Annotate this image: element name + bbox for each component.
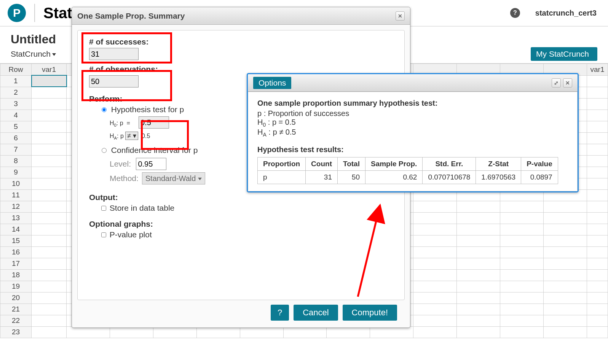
cell[interactable] <box>153 326 196 338</box>
cell[interactable] <box>500 281 544 292</box>
cell[interactable] <box>587 167 608 178</box>
successes-input[interactable] <box>89 48 139 60</box>
cell[interactable] <box>32 98 67 110</box>
cell[interactable] <box>587 292 608 304</box>
cell[interactable] <box>587 121 608 132</box>
close-icon[interactable]: ✕ <box>396 11 405 21</box>
cell[interactable] <box>32 167 67 178</box>
cell[interactable] <box>587 315 608 326</box>
cell[interactable] <box>413 246 457 258</box>
observations-input[interactable] <box>89 75 139 87</box>
cell[interactable] <box>413 224 457 235</box>
confidence-interval-radio[interactable] <box>102 148 107 153</box>
cell[interactable] <box>32 87 67 98</box>
cell[interactable] <box>543 281 587 292</box>
table-row[interactable]: 23 <box>0 326 608 338</box>
cell[interactable] <box>500 201 544 212</box>
cell[interactable] <box>457 304 500 315</box>
cell[interactable] <box>500 224 544 235</box>
cell[interactable] <box>32 144 67 155</box>
cell[interactable] <box>32 110 67 121</box>
cell[interactable] <box>587 224 608 235</box>
menu-statcrunch[interactable]: StatCrunch <box>11 49 56 59</box>
cell[interactable] <box>457 258 500 269</box>
cell[interactable] <box>500 212 544 224</box>
cell[interactable] <box>327 326 370 338</box>
my-statcrunch-button[interactable]: My StatCrunch <box>531 47 597 61</box>
h0-value-input[interactable] <box>139 116 169 129</box>
cell[interactable] <box>413 315 457 326</box>
cell[interactable] <box>587 326 608 338</box>
cell[interactable] <box>413 326 457 338</box>
cell[interactable] <box>32 315 67 326</box>
cell[interactable] <box>587 258 608 269</box>
cell[interactable] <box>457 235 500 246</box>
cell[interactable] <box>587 235 608 246</box>
cell[interactable] <box>283 326 327 338</box>
cell[interactable] <box>32 201 67 212</box>
cell[interactable] <box>240 326 283 338</box>
close-icon[interactable]: ✕ <box>563 78 572 87</box>
store-in-data-table-checkbox[interactable] <box>101 206 106 211</box>
cell[interactable] <box>543 258 587 269</box>
cell[interactable] <box>32 212 67 224</box>
cell[interactable] <box>543 326 587 338</box>
cell[interactable] <box>457 281 500 292</box>
cell[interactable] <box>587 281 608 292</box>
cell[interactable] <box>587 201 608 212</box>
cell[interactable] <box>457 212 500 224</box>
hypothesis-test-radio[interactable] <box>102 107 107 112</box>
cell[interactable] <box>457 326 500 338</box>
ha-operator-select[interactable]: ≠ ▾ <box>125 132 138 140</box>
cell[interactable] <box>587 155 608 167</box>
cell[interactable] <box>370 326 413 338</box>
cell[interactable] <box>500 246 544 258</box>
col-header-var1[interactable]: var1 <box>32 64 67 75</box>
cell[interactable] <box>543 269 587 281</box>
cell[interactable] <box>32 269 67 281</box>
dialog-titlebar[interactable]: One Sample Prop. Summary ✕ <box>72 7 410 25</box>
cell[interactable] <box>587 87 608 98</box>
cell[interactable] <box>32 121 67 132</box>
cell[interactable] <box>457 246 500 258</box>
cell[interactable] <box>457 315 500 326</box>
cell[interactable] <box>543 304 587 315</box>
cell[interactable] <box>32 326 67 338</box>
cell[interactable] <box>543 212 587 224</box>
cell[interactable] <box>500 326 544 338</box>
cell[interactable] <box>413 269 457 281</box>
cell[interactable] <box>32 224 67 235</box>
cell[interactable] <box>500 315 544 326</box>
cell[interactable] <box>587 98 608 110</box>
cell[interactable] <box>32 304 67 315</box>
cell[interactable] <box>457 224 500 235</box>
dialog-help-button[interactable]: ? <box>271 305 289 321</box>
cancel-button[interactable]: Cancel <box>294 305 338 321</box>
cell[interactable] <box>500 258 544 269</box>
cell[interactable] <box>543 292 587 304</box>
cell[interactable] <box>587 189 608 201</box>
cell[interactable] <box>587 110 608 121</box>
results-titlebar[interactable]: Options ⤢ ✕ <box>248 74 578 92</box>
cell[interactable] <box>587 132 608 144</box>
expand-icon[interactable]: ⤢ <box>552 78 561 87</box>
cell[interactable] <box>587 75 608 87</box>
cell[interactable] <box>587 269 608 281</box>
cell[interactable] <box>196 326 240 338</box>
cell[interactable] <box>587 212 608 224</box>
cell[interactable] <box>587 304 608 315</box>
cell[interactable] <box>67 326 110 338</box>
cell[interactable] <box>413 258 457 269</box>
help-icon[interactable]: ? <box>510 8 520 18</box>
cell[interactable] <box>32 246 67 258</box>
cell[interactable] <box>32 178 67 189</box>
cell[interactable] <box>413 235 457 246</box>
cell[interactable] <box>32 292 67 304</box>
pvalue-plot-checkbox[interactable] <box>101 232 106 237</box>
options-button[interactable]: Options <box>253 77 291 89</box>
cell[interactable] <box>543 246 587 258</box>
col-header-var-last[interactable]: var1 <box>587 64 608 75</box>
cell[interactable] <box>457 269 500 281</box>
cell[interactable] <box>500 304 544 315</box>
cell[interactable] <box>543 235 587 246</box>
